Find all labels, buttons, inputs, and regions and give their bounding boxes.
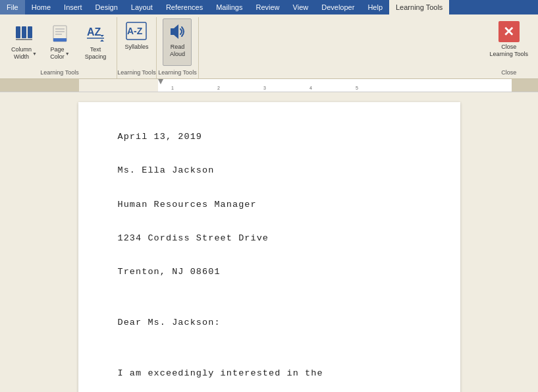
doc-line-blank-7	[118, 331, 421, 349]
ruler-mark-5: 5	[356, 86, 358, 90]
svg-rect-5	[53, 38, 67, 42]
doc-line-blank-6	[118, 297, 421, 314]
syllables-label: Syllables	[124, 43, 148, 51]
column-width-dropdown: ▼	[32, 51, 37, 56]
doc-line-blank-8	[118, 348, 421, 365]
menu-design[interactable]: Design	[89, 0, 124, 14]
doc-line-date: April 13, 2019	[118, 128, 421, 146]
ribbon-group-syllables: A-Z Syllables Learning Tools	[117, 17, 157, 78]
svg-marker-11	[100, 40, 104, 42]
group-label-learning-tools-1: Learning Tools	[3, 69, 117, 76]
close-learning-tools-icon: ✕	[498, 21, 520, 42]
text-spacing-label: TextSpacing	[85, 46, 107, 61]
close-learning-tools-button[interactable]: ✕ CloseLearning Tools	[487, 18, 531, 66]
svg-rect-0	[16, 26, 20, 38]
doc-line-title: Human Resources Manager	[118, 196, 421, 213]
group-label-close: Close	[483, 69, 535, 76]
page-color-button[interactable]: PageColor ▼	[43, 18, 77, 66]
menu-references[interactable]: References	[159, 0, 209, 14]
document-area: April 13, 2019 Ms. Ella Jackson Human Re…	[0, 92, 538, 392]
ruler-mark-2: 2	[217, 86, 220, 90]
read-aloud-button[interactable]: ReadAloud	[163, 18, 192, 66]
page-color-icon	[50, 24, 70, 45]
doc-line-body-1: I am exceedingly interested in the	[118, 365, 421, 382]
doc-line-name: Ms. Ella Jackson	[118, 162, 421, 179]
close-x-icon: ✕	[498, 21, 520, 42]
ruler-left-margin	[0, 79, 79, 92]
doc-line-blank-4	[118, 246, 421, 264]
ruler-scale: 1 2 3 4 5	[158, 79, 512, 92]
menu-developer[interactable]: Developer	[315, 0, 361, 14]
syllables-button[interactable]: A-Z Syllables	[121, 18, 151, 66]
menu-file[interactable]: File	[0, 0, 25, 14]
menu-layout[interactable]: Layout	[124, 0, 159, 14]
doc-line-blank-5	[118, 281, 421, 298]
document-page[interactable]: April 13, 2019 Ms. Ella Jackson Human Re…	[78, 102, 460, 392]
menu-mailings[interactable]: Mailings	[209, 0, 249, 14]
doc-line-city: Trenton, NJ 08601	[118, 264, 421, 281]
menu-home[interactable]: Home	[25, 0, 57, 14]
ribbon: ColumnWidth ▼ PageColor ▼	[0, 14, 538, 79]
ribbon-group-learning-tools-1: ColumnWidth ▼ PageColor ▼	[3, 17, 117, 78]
svg-rect-3	[16, 39, 32, 40]
svg-rect-1	[22, 26, 26, 38]
indent-marker[interactable]	[158, 79, 163, 84]
close-learning-tools-label: CloseLearning Tools	[490, 43, 528, 58]
svg-rect-2	[28, 26, 32, 38]
read-aloud-label: ReadAloud	[170, 43, 185, 58]
ribbon-group-close: ✕ CloseLearning Tools Close	[483, 17, 535, 78]
syllables-icon: A-Z	[126, 21, 147, 42]
menu-help[interactable]: Help	[361, 0, 389, 14]
ruler-mark-4: 4	[309, 86, 312, 90]
page-color-label: PageColor	[50, 46, 65, 61]
column-width-icon	[14, 24, 34, 45]
ruler-mark-3: 3	[263, 86, 266, 90]
doc-line-blank-2	[118, 179, 421, 196]
ruler: 1 2 3 4 5	[0, 79, 538, 92]
column-width-button[interactable]: ColumnWidth ▼	[7, 18, 41, 66]
read-aloud-icon	[167, 21, 188, 42]
doc-line-blank-9	[118, 382, 421, 392]
menu-insert[interactable]: Insert	[57, 0, 89, 14]
text-spacing-icon: AZ	[86, 24, 105, 45]
doc-line-blank-3	[118, 213, 421, 230]
ribbon-group-read-aloud: ReadAloud Learning Tools	[157, 17, 199, 78]
menu-review[interactable]: Review	[250, 0, 286, 14]
menu-learning-tools[interactable]: Learning Tools	[389, 0, 449, 14]
ribbon-spacer	[199, 17, 483, 78]
doc-line-blank-1	[118, 146, 421, 163]
doc-line-address: 1234 Cordiss Street Drive	[118, 230, 421, 247]
svg-marker-15	[171, 24, 178, 39]
column-width-label: ColumnWidth	[11, 46, 32, 61]
group-label-syllables: Learning Tools	[117, 69, 156, 76]
ruler-right-margin	[512, 79, 538, 92]
group-label-read-aloud: Learning Tools	[157, 69, 198, 76]
document-content[interactable]: April 13, 2019 Ms. Ella Jackson Human Re…	[118, 128, 421, 392]
svg-text:A-Z: A-Z	[127, 26, 143, 36]
text-spacing-button[interactable]: AZ TextSpacing	[78, 18, 113, 66]
svg-text:AZ: AZ	[87, 26, 101, 38]
menu-bar: File Home Insert Design Layout Reference…	[0, 0, 538, 14]
menu-view[interactable]: View	[286, 0, 315, 14]
ruler-mark-1: 1	[171, 86, 174, 90]
page-color-dropdown: ▼	[65, 51, 70, 56]
doc-line-salutation: Dear Ms. Jackson:	[118, 314, 421, 331]
